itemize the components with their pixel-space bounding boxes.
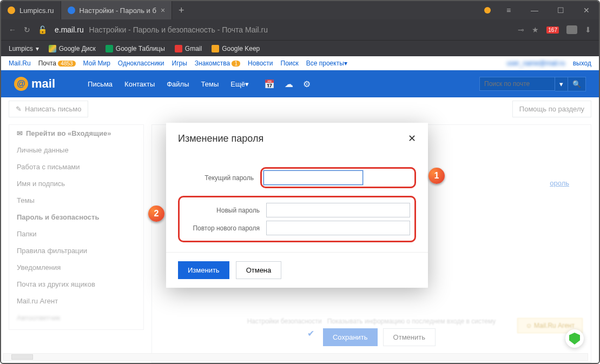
close-icon[interactable]: × xyxy=(161,6,165,15)
nav-link-active[interactable]: Почта 4853 xyxy=(38,59,76,67)
bookmark-item[interactable]: Google Таблицы xyxy=(106,45,165,52)
new-password-input[interactable] xyxy=(266,203,410,217)
browser-titlebar: Lumpics.ru Настройки - Пароль и б × + ≡ … xyxy=(1,1,599,19)
dialog-title: Изменение пароля xyxy=(178,133,263,144)
keep-icon xyxy=(212,45,219,52)
browser-tab-active[interactable]: Настройки - Пароль и б × xyxy=(61,1,173,19)
mail-logo[interactable]: @mail xyxy=(14,77,55,91)
cloud-icon[interactable]: ☁ xyxy=(285,79,293,89)
nav-link[interactable]: Все проекты▾ xyxy=(306,59,347,67)
menu-icon[interactable]: ≡ xyxy=(500,6,517,15)
adguard-icon[interactable] xyxy=(565,329,584,348)
nav-link[interactable]: Mail.Ru xyxy=(9,59,31,67)
download-icon[interactable]: ⬇ xyxy=(585,25,591,34)
address-bar: ← ↻ 🔓 e.mail.ru Настройки - Пароль и без… xyxy=(1,19,599,40)
mail-header: @mail Письма Контакты Файлы Темы Ещё▾ 📅 … xyxy=(1,70,599,97)
close-icon[interactable]: ✕ xyxy=(408,133,416,144)
lock-icon: 🔓 xyxy=(38,25,47,34)
at-icon: @ xyxy=(14,77,28,91)
bookmark-bar: Lumpics▾ Google Диск Google Таблицы Gmai… xyxy=(1,40,599,56)
nav-link[interactable]: Мой Мир xyxy=(83,59,110,67)
user-email[interactable]: user_name@mail.ru xyxy=(506,59,565,67)
header-menu-item[interactable]: Контакты xyxy=(124,80,155,88)
browser-tab-inactive[interactable]: Lumpics.ru xyxy=(1,1,61,19)
minimize-icon[interactable]: — xyxy=(526,6,543,15)
gdrive-icon xyxy=(49,45,56,52)
current-password-input[interactable] xyxy=(263,170,363,185)
header-menu-item[interactable]: Ещё▾ xyxy=(230,80,249,88)
back-icon[interactable]: ← xyxy=(9,25,16,34)
bookmark-item[interactable]: Gmail xyxy=(175,45,202,52)
change-password-dialog: Изменение пароля ✕ Текущий пароль Новый … xyxy=(166,123,428,288)
header-menu-item[interactable]: Темы xyxy=(201,80,219,88)
portal-nav: Mail.Ru Почта 4853 Мой Мир Одноклассники… xyxy=(1,56,599,70)
notification-badge[interactable]: 167 xyxy=(546,27,559,34)
extension-icon[interactable] xyxy=(566,25,577,34)
nav-link[interactable]: Знакомства 1 xyxy=(195,59,240,67)
field-label: Новый пароль xyxy=(184,207,260,214)
nav-link[interactable]: Новости xyxy=(248,59,273,67)
callout-badge-2: 2 xyxy=(148,206,164,222)
favicon-icon xyxy=(68,6,75,14)
mail-search-input[interactable] xyxy=(479,77,555,91)
bookmark-item[interactable]: Google Keep xyxy=(212,45,260,52)
close-window-icon[interactable]: ✕ xyxy=(578,6,595,15)
key-icon[interactable]: ⊸ xyxy=(518,25,524,34)
maximize-icon[interactable]: ☐ xyxy=(552,6,569,15)
bookmark-icon[interactable]: ★ xyxy=(532,25,539,34)
sheets-icon xyxy=(106,45,113,52)
field-label: Повтор нового пароля xyxy=(184,224,260,232)
logout-link[interactable]: выход xyxy=(573,59,591,67)
search-dropdown-icon[interactable]: ▾ xyxy=(555,77,568,91)
nav-link[interactable]: Одноклассники xyxy=(118,59,164,67)
bookmark-item[interactable]: Lumpics▾ xyxy=(9,45,39,52)
reload-icon[interactable]: ↻ xyxy=(24,25,30,34)
tab-label: Настройки - Пароль и б xyxy=(80,6,156,15)
calendar-icon[interactable]: 📅 xyxy=(264,79,275,89)
tab-label: Lumpics.ru xyxy=(19,6,54,15)
url-display[interactable]: e.mail.ru Настройки - Пароль и безопасно… xyxy=(55,25,268,34)
callout-badge-1: 1 xyxy=(428,168,445,184)
nav-link[interactable]: Игры xyxy=(172,59,187,67)
header-menu-item[interactable]: Файлы xyxy=(167,80,189,88)
extension-icon[interactable] xyxy=(484,7,491,14)
gear-icon[interactable]: ⚙ xyxy=(303,79,311,89)
new-tab-button[interactable]: + xyxy=(172,5,191,16)
favicon-icon xyxy=(8,6,15,14)
header-menu-item[interactable]: Письма xyxy=(88,80,113,88)
nav-link[interactable]: Поиск xyxy=(281,59,299,67)
repeat-password-input[interactable] xyxy=(266,221,410,235)
gmail-icon xyxy=(175,45,182,52)
bookmark-item[interactable]: Google Диск xyxy=(49,45,96,52)
field-label: Текущий пароль xyxy=(178,174,254,182)
submit-button[interactable]: Изменить xyxy=(178,261,229,279)
search-icon[interactable]: 🔍 xyxy=(568,77,586,91)
cancel-button[interactable]: Отмена xyxy=(236,261,282,279)
